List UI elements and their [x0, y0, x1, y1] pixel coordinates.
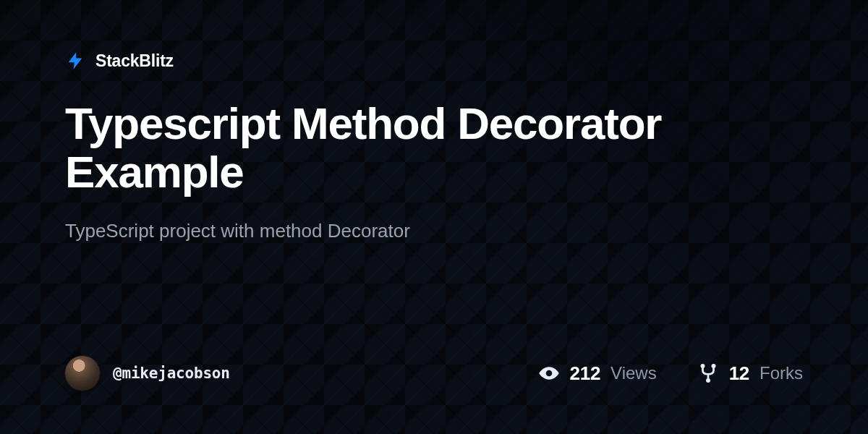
footer-row: @mikejacobson 212 Views — [65, 356, 803, 391]
views-count: 212 — [570, 362, 600, 385]
project-title: Typescript Method Decorator Example — [65, 100, 774, 197]
forks-count: 12 — [729, 362, 749, 385]
project-card: StackBlitz Typescript Method Decorator E… — [0, 0, 868, 434]
brand-row: StackBlitz — [65, 51, 803, 71]
bolt-icon — [65, 51, 85, 71]
forks-stat: 12 Forks — [697, 362, 803, 385]
project-subtitle: TypeScript project with method Decorator — [65, 220, 803, 242]
avatar — [65, 356, 100, 391]
stats-block: 212 Views 12 Forks — [538, 362, 803, 385]
fork-icon — [697, 362, 719, 384]
svg-point-0 — [545, 370, 552, 377]
forks-label: Forks — [760, 363, 803, 383]
brand-name: StackBlitz — [95, 51, 174, 71]
views-stat: 212 Views — [538, 362, 657, 385]
eye-icon — [538, 362, 560, 384]
author-block[interactable]: @mikejacobson — [65, 356, 230, 391]
author-handle: @mikejacobson — [113, 365, 230, 382]
views-label: Views — [610, 363, 657, 383]
content-area: StackBlitz Typescript Method Decorator E… — [0, 0, 868, 434]
